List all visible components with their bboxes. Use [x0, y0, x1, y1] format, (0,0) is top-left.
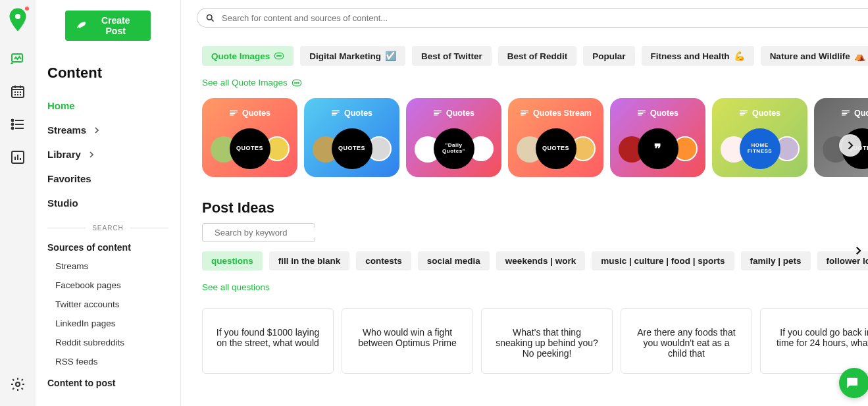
sidebar: Create Post Content HomeStreamsLibraryFa… [36, 0, 181, 406]
icon-rail [0, 0, 36, 406]
chip-quote-images[interactable]: Quote Images [202, 46, 294, 66]
chip-fitness-and-health[interactable]: Fitness and Health💪 [642, 46, 754, 66]
search-divider: SEARCH [36, 215, 180, 236]
idea-chip-fill-in-the-blank[interactable]: fill in the blank [269, 251, 350, 270]
source-facebook-pages[interactable]: Facebook pages [36, 276, 180, 295]
keyword-search-input[interactable] [215, 228, 325, 238]
sidebar-title: Content [36, 64, 180, 93]
app-logo[interactable] [8, 8, 28, 32]
category-chip-row: Quote ImagesDigital Marketing☑️Best of T… [202, 39, 868, 68]
chip-best-of-reddit[interactable]: Best of Reddit [498, 46, 577, 66]
idea-card[interactable]: If you could go back in time for 24 hour… [760, 308, 868, 374]
chip-digital-marketing[interactable]: Digital Marketing☑️ [300, 46, 405, 66]
idea-card[interactable]: If you found $1000 laying on the street,… [202, 308, 334, 374]
nav-streams[interactable]: Streams [36, 118, 180, 142]
main-area: Quote ImagesDigital Marketing☑️Best of T… [181, 0, 868, 406]
svg-point-8 [207, 14, 213, 20]
source-reddit-subreddits[interactable]: Reddit subreddits [36, 333, 180, 352]
idea-chip-row: questionsfill in the blankcontestssocial… [202, 245, 868, 273]
post-ideas-title: Post Ideas [202, 197, 868, 223]
svg-point-15 [296, 82, 297, 83]
svg-point-5 [12, 128, 14, 130]
global-search-input[interactable] [222, 13, 860, 23]
stream-card[interactable]: Quotes QUOTES [304, 98, 399, 177]
chip-nature-and-wildlife[interactable]: Nature and Wildlife⛺ [761, 46, 868, 66]
chevron-right-icon [91, 125, 102, 136]
notification-dot [24, 5, 30, 12]
nav-studio[interactable]: Studio [36, 191, 180, 215]
idea-chip-social-media[interactable]: social media [418, 251, 490, 270]
source-rss-feeds[interactable]: RSS feeds [36, 352, 180, 371]
svg-point-3 [12, 120, 14, 122]
chip-best-of-twitter[interactable]: Best of Twitter [412, 46, 492, 66]
rail-list-icon[interactable] [9, 116, 26, 133]
see-all-questions[interactable]: See all questions [202, 273, 270, 299]
rail-calendar-icon[interactable] [9, 83, 26, 100]
rail-analytics-icon[interactable] [9, 149, 26, 166]
idea-chip-questions[interactable]: questions [202, 251, 263, 270]
svg-point-7 [16, 382, 20, 386]
rail-settings-icon[interactable] [9, 376, 26, 393]
stream-card[interactable]: Quotes QUOTES [202, 98, 297, 177]
stream-card[interactable]: Quotes HOME FITNESS [712, 98, 807, 177]
idea-card-row: If you found $1000 laying on the street,… [202, 299, 868, 374]
see-all-quote-images[interactable]: See all Quote Images [202, 68, 302, 94]
svg-point-11 [279, 55, 280, 56]
idea-card[interactable]: Who would win a fight between Optimus Pr… [342, 308, 473, 374]
svg-point-0 [15, 14, 20, 19]
stream-card[interactable]: Quotes ❞ [610, 98, 705, 177]
idea-chip-next-arrow[interactable] [850, 242, 867, 259]
content-to-post-heading: Content to post [36, 371, 180, 392]
source-twitter-accounts[interactable]: Twitter accounts [36, 295, 180, 314]
idea-card[interactable]: What's that thing sneaking up behind you… [481, 308, 613, 374]
rail-content-icon[interactable] [9, 50, 26, 67]
nav-library[interactable]: Library [36, 142, 180, 166]
search-icon [205, 13, 215, 23]
nav-home[interactable]: Home [36, 93, 180, 118]
idea-chip-family-pets[interactable]: family | pets [741, 251, 811, 270]
svg-point-4 [12, 124, 14, 126]
stream-card[interactable]: Quotes Stream QUOTES [508, 98, 603, 177]
create-post-button[interactable]: Create Post [65, 11, 151, 41]
sources-heading: Sources of content [36, 236, 180, 257]
svg-point-16 [298, 82, 299, 83]
source-streams[interactable]: Streams [36, 257, 180, 276]
stream-card[interactable]: Quotes "Daily Quotes" [406, 98, 501, 177]
idea-chip-music-culture-food-sports[interactable]: music | culture | food | sports [592, 251, 734, 270]
chip-popular[interactable]: Popular [583, 46, 634, 66]
svg-point-10 [277, 55, 278, 56]
stream-card[interactable]: Quotes QUOTES [814, 98, 868, 177]
nav-favorites[interactable]: Favorites [36, 166, 180, 191]
source-linkedin-pages[interactable]: LinkedIn pages [36, 314, 180, 333]
chevron-right-icon [86, 149, 97, 160]
idea-card[interactable]: Are there any foods that you wouldn't ea… [621, 308, 752, 374]
idea-chip-weekends-work[interactable]: weekends | work [496, 251, 585, 270]
create-post-label: Create Post [91, 15, 140, 36]
global-search[interactable] [197, 8, 868, 28]
svg-point-14 [294, 82, 295, 83]
idea-chip-contests[interactable]: contests [356, 251, 411, 270]
quote-stream-row: Quotes QUOTES Quotes QUOTES Quotes "Dail… [202, 94, 868, 197]
chat-fab[interactable] [839, 368, 868, 398]
keyword-search[interactable] [202, 223, 315, 242]
stream-next-arrow[interactable] [839, 134, 861, 157]
svg-point-12 [280, 55, 281, 56]
